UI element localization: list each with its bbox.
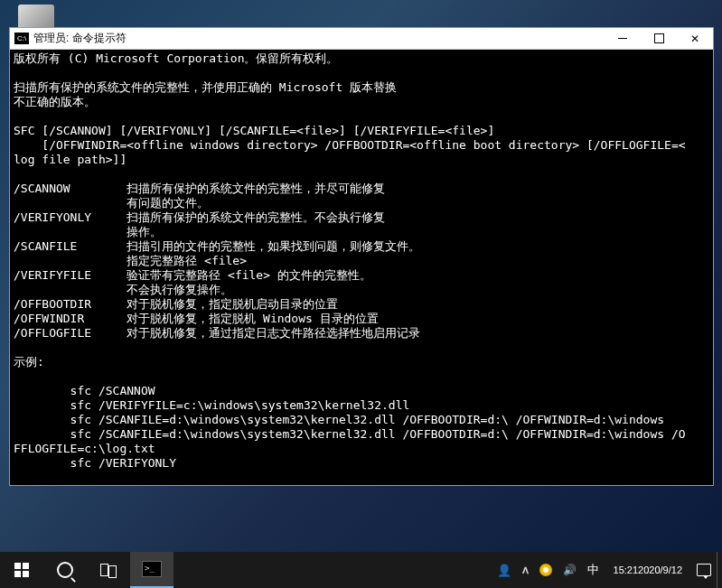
chevron-up-icon — [522, 564, 529, 576]
show-desktop-button[interactable] — [717, 552, 722, 588]
tray-defender[interactable] — [534, 552, 558, 588]
cmd-window: C:\ 管理员: 命令提示符 版权所有 (C) Microsoft Corpor… — [9, 27, 714, 486]
tray-volume[interactable] — [558, 552, 582, 588]
tray-ime[interactable]: 中 — [582, 552, 605, 588]
cmd-icon: C:\ — [14, 33, 29, 44]
taskview-icon — [100, 564, 117, 576]
notification-icon — [697, 564, 711, 576]
clock-time: 15:21 — [614, 564, 639, 576]
taskview-button[interactable] — [87, 552, 130, 588]
maximize-button[interactable] — [641, 28, 677, 50]
close-button[interactable] — [677, 28, 713, 50]
tray-notifications[interactable] — [691, 552, 717, 588]
user-icon — [497, 564, 511, 577]
taskbar-item-cmd[interactable] — [130, 552, 173, 588]
taskbar-right: 中 15:21 2020/9/12 — [492, 552, 722, 588]
taskbar-left — [0, 552, 173, 588]
tray-chevron[interactable] — [517, 552, 534, 588]
cmd-taskbar-icon — [142, 561, 162, 577]
volume-icon — [563, 564, 577, 576]
clock-date: 2020/9/12 — [638, 564, 682, 576]
tray-user[interactable] — [492, 552, 517, 588]
search-icon — [57, 562, 73, 578]
system-clock[interactable]: 15:21 2020/9/12 — [605, 552, 691, 588]
terminal-output[interactable]: 版权所有 (C) Microsoft Corporation。保留所有权利。 扫… — [10, 50, 713, 485]
start-button[interactable] — [0, 552, 43, 588]
window-controls — [605, 28, 713, 50]
titlebar[interactable]: C:\ 管理员: 命令提示符 — [10, 28, 713, 50]
minimize-button[interactable] — [605, 28, 641, 50]
window-title: 管理员: 命令提示符 — [33, 31, 605, 46]
search-button[interactable] — [43, 552, 87, 588]
windows-icon — [14, 563, 29, 577]
taskbar: 中 15:21 2020/9/12 — [0, 552, 722, 588]
shield-icon — [539, 564, 552, 576]
